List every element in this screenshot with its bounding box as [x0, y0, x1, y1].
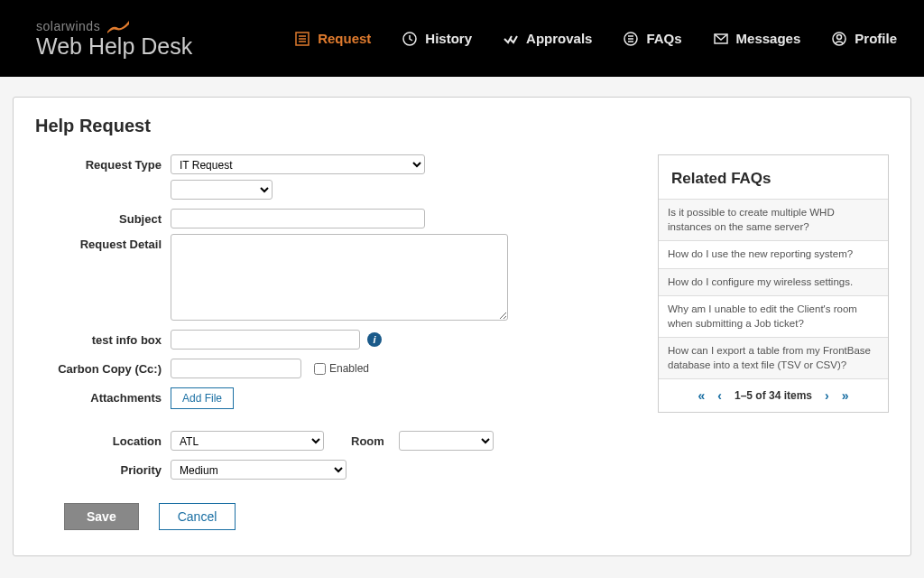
bullet-list-icon: [623, 31, 639, 47]
pager-next-icon[interactable]: ›: [825, 388, 829, 403]
cc-enabled-label[interactable]: Enabled: [314, 362, 369, 375]
faq-item[interactable]: Is it possible to create multiple WHD in…: [659, 199, 888, 240]
info-icon[interactable]: i: [367, 332, 382, 347]
related-faqs-panel: Related FAQs Is it possible to create mu…: [658, 154, 889, 413]
flame-icon: [106, 17, 131, 35]
label-subject: Subject: [35, 209, 171, 226]
clock-icon: [402, 31, 418, 47]
faq-pager: « ‹ 1–5 of 34 items › »: [659, 378, 888, 412]
envelope-icon: [713, 31, 729, 47]
logo-block: solarwinds Web Help Desk: [36, 17, 192, 60]
add-file-button[interactable]: Add File: [171, 387, 234, 409]
subject-input[interactable]: [171, 209, 425, 228]
label-test-info: test info box: [35, 330, 171, 347]
nav-profile[interactable]: Profile: [831, 31, 897, 47]
test-info-input[interactable]: [171, 330, 360, 350]
cc-enabled-checkbox[interactable]: [314, 363, 326, 375]
top-nav: Request History Approvals FAQs Messages …: [294, 31, 897, 47]
app-header: solarwinds Web Help Desk Request History…: [0, 0, 924, 77]
room-select[interactable]: [399, 431, 494, 451]
nav-history[interactable]: History: [402, 31, 472, 47]
faq-panel-title: Related FAQs: [659, 155, 888, 199]
nav-approvals[interactable]: Approvals: [503, 31, 592, 47]
faq-item[interactable]: Why am I unable to edit the Client's roo…: [659, 295, 888, 337]
help-request-card: Help Request Request Type IT Request Sub…: [13, 97, 911, 556]
nav-messages-label: Messages: [736, 31, 801, 46]
nav-approvals-label: Approvals: [526, 31, 592, 46]
pager-prev-icon[interactable]: ‹: [717, 388, 722, 403]
label-room: Room: [351, 434, 384, 448]
request-type-select[interactable]: IT Request: [171, 154, 425, 174]
priority-select[interactable]: Medium: [171, 460, 346, 480]
page-title: Help Request: [35, 116, 889, 136]
pager-status: 1–5 of 34 items: [735, 389, 812, 402]
list-icon: [294, 31, 310, 47]
faq-item[interactable]: How can I export a table from my FrontBa…: [659, 337, 888, 378]
request-detail-textarea[interactable]: [171, 234, 508, 321]
nav-messages[interactable]: Messages: [713, 31, 801, 47]
nav-profile-label: Profile: [855, 31, 897, 46]
label-location: Location: [35, 431, 171, 448]
user-icon: [831, 31, 847, 47]
pager-first-icon[interactable]: «: [698, 388, 706, 403]
nav-request-label: Request: [318, 31, 371, 46]
label-request-detail: Request Detail: [35, 234, 171, 251]
label-attachments: Attachments: [35, 387, 171, 405]
save-button[interactable]: Save: [64, 503, 139, 530]
check-icon: [503, 31, 519, 47]
cancel-button[interactable]: Cancel: [159, 503, 236, 530]
request-form: Request Type IT Request Subject: [35, 154, 636, 530]
nav-request[interactable]: Request: [294, 31, 371, 47]
nav-faqs-label: FAQs: [646, 31, 681, 46]
brand-company: solarwinds: [36, 19, 100, 33]
faq-item[interactable]: How do I use the new reporting system?: [659, 240, 888, 268]
request-subtype-select[interactable]: [171, 180, 273, 200]
nav-history-label: History: [425, 31, 472, 46]
svg-point-11: [837, 34, 842, 39]
faq-item[interactable]: How do I configure my wireless settings.: [659, 268, 888, 296]
brand-product: Web Help Desk: [36, 33, 192, 60]
label-cc: Carbon Copy (Cc:): [35, 359, 171, 376]
pager-last-icon[interactable]: »: [842, 388, 849, 403]
nav-faqs[interactable]: FAQs: [623, 31, 681, 47]
label-request-type: Request Type: [35, 154, 171, 172]
cc-input[interactable]: [171, 359, 301, 378]
location-select[interactable]: ATL: [171, 431, 324, 451]
label-priority: Priority: [35, 460, 171, 477]
